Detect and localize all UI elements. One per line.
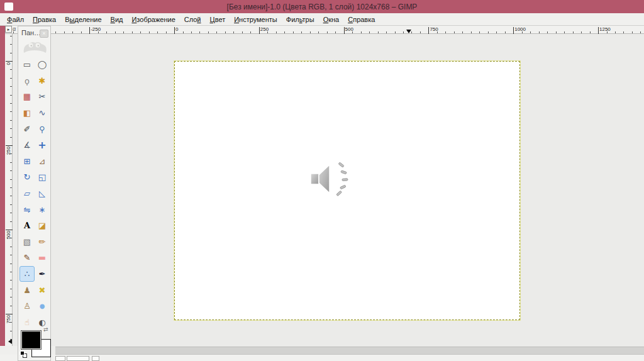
ruler-tick <box>378 31 379 33</box>
pencil-tool-icon[interactable]: ✏ <box>35 234 50 250</box>
menu-6[interactable]: Слой <box>180 14 206 25</box>
ruler-tick <box>132 31 133 33</box>
ruler-tick <box>10 204 12 205</box>
color-picker-tool-icon[interactable]: ✐ <box>19 121 35 137</box>
ruler-tick <box>10 247 12 247</box>
ruler-tick <box>454 31 455 33</box>
canvas-viewport[interactable] <box>13 34 644 347</box>
horizontal-ruler[interactable]: ▸ α -250025050075010001250 <box>5 26 644 34</box>
title-bar[interactable]: [Без имени]-1.0 (Цвета RGB, 1 слой) 1024… <box>0 0 644 13</box>
color-swatches: ⇄ <box>18 330 51 361</box>
ruler-tick <box>10 78 12 79</box>
ruler-tick <box>293 31 294 33</box>
image-canvas[interactable] <box>174 61 520 320</box>
ruler-tick <box>199 31 200 33</box>
ruler-corner-button[interactable]: ▸ <box>5 26 12 33</box>
ruler-tick <box>640 31 641 33</box>
ruler-tick <box>233 31 234 33</box>
ruler-tick <box>250 31 251 33</box>
menu-2[interactable]: Правка <box>28 14 60 25</box>
ruler-major-tick <box>428 27 429 34</box>
smudge-tool-icon[interactable]: ☝ <box>19 314 35 331</box>
close-icon[interactable]: × <box>40 30 48 38</box>
menu-11[interactable]: Справка <box>343 14 379 25</box>
ruler-tick <box>242 31 243 33</box>
quickmask-toggle-button[interactable] <box>55 356 65 361</box>
fuzzy-select-tool-icon[interactable]: ✱ <box>35 73 50 89</box>
menu-4[interactable]: Вид <box>106 14 128 25</box>
ruler-tick <box>547 31 548 33</box>
select-by-color-tool-icon[interactable]: ▦ <box>19 89 35 105</box>
menu-1[interactable]: Файл <box>3 14 28 25</box>
cage-transform-tool-icon[interactable]: ∗ <box>35 201 50 218</box>
zoom-select[interactable] <box>92 356 99 361</box>
ruler-tick <box>395 31 396 33</box>
scissors-select-tool-icon[interactable]: ✂ <box>35 89 50 105</box>
ruler-major-tick <box>89 27 90 34</box>
blur-sharpen-tool-icon[interactable]: ● <box>35 298 50 314</box>
toolbox-tab-label[interactable]: Пан… <box>21 29 41 36</box>
perspective-tool-icon[interactable]: ◺ <box>35 186 50 202</box>
clone-tool-icon[interactable]: ♟ <box>19 282 35 298</box>
ruler-tick <box>10 95 12 96</box>
ruler-tick <box>10 111 12 112</box>
ruler-tick <box>166 31 167 33</box>
ruler-tick <box>216 31 217 33</box>
move-tool-icon[interactable]: + <box>35 137 50 153</box>
paths-tool-icon[interactable]: ∿ <box>35 105 50 121</box>
ruler-tick <box>10 128 12 129</box>
window-left-border <box>0 26 5 346</box>
scale-tool-icon[interactable]: ◱ <box>35 169 50 186</box>
rectangle-select-tool-icon[interactable]: ▭ <box>19 57 35 73</box>
ruler-label: 1250 <box>599 26 611 32</box>
measure-tool-icon[interactable]: ∡ <box>19 137 35 153</box>
unit-select[interactable] <box>67 356 89 361</box>
ruler-tick <box>505 31 506 33</box>
foreground-select-tool-icon[interactable]: ◧ <box>19 105 35 121</box>
ruler-tick <box>10 170 12 171</box>
ruler-tick <box>10 179 12 180</box>
ruler-tick <box>10 280 12 280</box>
ruler-tick <box>556 31 557 33</box>
menu-10[interactable]: Окна <box>319 14 344 25</box>
paintbrush-tool-icon[interactable]: ✎ <box>19 250 35 266</box>
perspective-clone-tool-icon[interactable]: ♙ <box>19 298 35 314</box>
ellipse-select-tool-icon[interactable]: ◯ <box>35 57 50 73</box>
align-tool-icon[interactable]: ⊞ <box>19 153 35 170</box>
ruler-tick <box>10 297 12 297</box>
ruler-major-tick <box>259 27 260 34</box>
rotate-tool-icon[interactable]: ↻ <box>19 169 35 186</box>
swap-colors-icon[interactable]: ⇄ <box>43 326 48 333</box>
menu-9[interactable]: Фильтры <box>282 14 319 25</box>
ruler-tick <box>191 31 192 33</box>
ruler-tick <box>157 31 158 33</box>
menu-8[interactable]: Инструменты <box>230 14 282 25</box>
ruler-tick <box>10 187 12 188</box>
crop-tool-icon[interactable]: ⊿ <box>35 153 50 170</box>
foreground-color-swatch[interactable] <box>21 331 41 349</box>
menu-3[interactable]: Выделение <box>60 14 106 25</box>
free-select-tool-icon[interactable]: ϙ <box>19 73 35 89</box>
ruler-tick <box>208 31 209 33</box>
bucket-fill-tool-icon[interactable]: ◪ <box>35 218 50 234</box>
gradient-tool-icon[interactable]: ▧ <box>19 234 35 250</box>
eraser-tool-icon[interactable]: ▬ <box>35 250 50 266</box>
menu-7[interactable]: Цвет <box>206 14 230 25</box>
ruler-tick <box>10 44 12 45</box>
vertical-ruler[interactable]: 0250500750 <box>5 34 13 346</box>
menu-5[interactable]: Изображение <box>127 14 179 25</box>
text-tool-icon[interactable]: A <box>19 218 35 234</box>
zoom-tool-icon[interactable]: ⚲ <box>35 121 50 137</box>
ink-tool-icon[interactable]: ✒ <box>35 266 50 282</box>
ruler-tick <box>10 289 12 289</box>
ruler-tick <box>10 221 12 222</box>
ruler-tick <box>496 31 497 33</box>
airbrush-tool-icon[interactable]: ∴ <box>19 266 35 282</box>
heal-tool-icon[interactable]: ✖ <box>35 282 50 298</box>
pointer-position-marker <box>8 339 12 344</box>
horizontal-scrollbar[interactable] <box>55 347 644 355</box>
flip-tool-icon[interactable]: ⇋ <box>19 201 35 218</box>
shear-tool-icon[interactable]: ▱ <box>19 186 35 202</box>
default-colors-icon[interactable] <box>20 351 25 355</box>
ruler-tick <box>10 162 12 163</box>
